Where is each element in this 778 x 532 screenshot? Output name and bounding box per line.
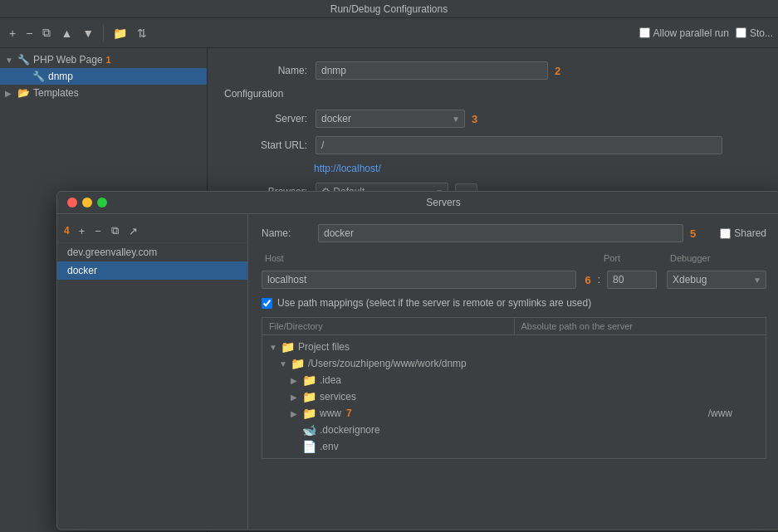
move-up-button[interactable]: ▲ xyxy=(56,24,76,42)
ft-badge-www: 7 xyxy=(346,408,352,419)
tree-item-dnmp[interactable]: 🔧 dnmp xyxy=(0,68,207,85)
window-title: Run/Debug Configurations xyxy=(330,3,448,15)
dialog-name-badge: 5 xyxy=(690,227,696,240)
ft-folder-icon-www: 📁 xyxy=(302,407,316,420)
allow-parallel-label: Allow parallel run xyxy=(653,27,729,39)
copy-config-button[interactable]: ⧉ xyxy=(38,23,55,42)
url-link-row: http://localhost/ xyxy=(224,163,761,174)
dialog-name-row: Name: 5 Shared xyxy=(262,224,766,242)
dialog-remove-button[interactable]: − xyxy=(91,223,105,239)
move-down-button[interactable]: ▼ xyxy=(78,24,98,42)
ft-arrow-idea: ▶ xyxy=(291,376,302,385)
dialog-title: Servers xyxy=(117,197,770,208)
ft-row-env[interactable]: 📄 .env xyxy=(262,438,766,455)
dialog-name-input[interactable] xyxy=(318,224,683,242)
port-header: Port xyxy=(600,251,667,266)
dialog-toolbar: 4 + − ⧉ ↗ xyxy=(57,219,247,243)
sort-button[interactable]: ⇅ xyxy=(133,24,151,42)
dialog-title-bar: Servers xyxy=(57,192,778,214)
templates-label: Templates xyxy=(33,87,79,99)
php-web-page-badge: 1 xyxy=(106,55,111,65)
ft-folder-icon-idea: 📁 xyxy=(302,373,316,387)
shared-checkbox[interactable] xyxy=(720,228,731,239)
dialog-add-button[interactable]: + xyxy=(75,223,90,239)
ft-label-services: services xyxy=(320,391,356,403)
ft-file-icon-env: 📄 xyxy=(302,440,316,453)
name-input[interactable] xyxy=(316,61,548,80)
ft-row-www[interactable]: ▶ 📁 www /www 7 xyxy=(262,405,766,422)
colon-separator: : xyxy=(595,274,604,286)
name-label: Name: xyxy=(224,65,307,76)
php-web-page-label: PHP Web Page xyxy=(33,54,103,66)
ft-arrow-1: ▼ xyxy=(279,359,291,368)
path-mappings-checkbox[interactable] xyxy=(262,298,272,309)
start-url-label: Start URL: xyxy=(224,139,307,151)
tree-item-php-web-page[interactable]: ▼ 🔧 PHP Web Page 1 xyxy=(0,51,207,68)
dnmp-icon: 🔧 xyxy=(32,70,45,83)
ft-abs-www: /www xyxy=(708,408,732,419)
ft-docker-icon: 🐋 xyxy=(302,423,316,437)
dialog-badge: 4 xyxy=(64,225,70,237)
store-checkbox-label[interactable]: Sto... xyxy=(736,27,773,39)
store-checkbox[interactable] xyxy=(736,27,746,38)
ft-label-env: .env xyxy=(320,441,339,452)
ft-row-project-files[interactable]: ▼ 📁 Project files xyxy=(262,339,766,355)
shared-label: Shared xyxy=(734,227,766,239)
dialog-copy-button[interactable]: ⧉ xyxy=(107,222,123,239)
dnmp-label: dnmp xyxy=(48,71,73,82)
section-headers: Host Port Debugger xyxy=(262,251,766,266)
ft-label-idea: .idea xyxy=(320,374,341,386)
ft-row-idea[interactable]: ▶ 📁 .idea xyxy=(262,372,766,388)
ft-arrow-services: ▶ xyxy=(291,393,302,402)
config-section-title: Configuration xyxy=(224,88,761,100)
host-input[interactable] xyxy=(262,271,576,289)
server-item-dev[interactable]: dev.greenvalley.com xyxy=(57,243,247,261)
folder-button[interactable]: 📁 xyxy=(109,24,131,42)
debugger-select[interactable]: Xdebug xyxy=(667,271,766,289)
remove-config-button[interactable]: − xyxy=(22,24,37,42)
dialog-left: 4 + − ⧉ ↗ dev.greenvalley.com docker xyxy=(57,214,248,530)
name-badge: 2 xyxy=(555,65,560,77)
ft-label-dockerignore: .dockerignore xyxy=(320,424,380,436)
ft-folder-icon-services: 📁 xyxy=(302,390,316,403)
add-config-button[interactable]: + xyxy=(5,24,20,42)
dialog-body: 4 + − ⧉ ↗ dev.greenvalley.com docker Nam… xyxy=(57,214,778,530)
tree-item-templates[interactable]: ▶ 📂 Templates xyxy=(0,85,207,101)
server-select[interactable]: docker xyxy=(316,110,465,128)
ft-row-services[interactable]: ▶ 📁 services xyxy=(262,388,766,405)
php-web-page-icon: 🔧 xyxy=(17,53,30,66)
file-tree: ▼ 📁 Project files ▼ 📁 /Users/zouzhipeng/… xyxy=(262,334,766,459)
file-directory-header: File/Directory xyxy=(262,318,515,334)
host-port-row: 6 : Xdebug ▼ xyxy=(262,271,766,289)
ft-folder-icon-1: 📁 xyxy=(291,357,305,370)
maximize-button[interactable] xyxy=(97,198,107,207)
dialog-right: Name: 5 Shared Host Port Debugger 6 : xyxy=(248,214,778,530)
url-link[interactable]: http://localhost/ xyxy=(314,163,381,174)
main-toolbar: + − ⧉ ▲ ▼ 📁 ⇅ Allow parallel run Sto... xyxy=(0,18,778,48)
minimize-button[interactable] xyxy=(82,198,92,207)
templates-arrow: ▶ xyxy=(5,89,17,98)
allow-parallel-checkbox-label[interactable]: Allow parallel run xyxy=(639,27,729,39)
header-right: Allow parallel run Sto... xyxy=(639,27,773,39)
ft-arrow-0: ▼ xyxy=(269,343,281,352)
ft-row-dockerignore[interactable]: 🐋 .dockerignore xyxy=(262,422,766,438)
server-select-wrapper: docker ▼ xyxy=(316,110,465,128)
port-input[interactable] xyxy=(607,271,657,289)
servers-dialog: Servers 4 + − ⧉ ↗ dev.greenvalley.com do… xyxy=(56,191,778,530)
server-item-docker[interactable]: docker xyxy=(57,261,247,280)
host-header: Host xyxy=(262,251,600,266)
title-bar: Run/Debug Configurations xyxy=(0,0,778,18)
ft-arrow-www: ▶ xyxy=(291,409,302,418)
start-url-row: Start URL: xyxy=(224,136,761,154)
debugger-select-wrapper: Xdebug ▼ xyxy=(667,271,766,289)
allow-parallel-checkbox[interactable] xyxy=(639,27,650,38)
dialog-export-button[interactable]: ↗ xyxy=(125,223,142,239)
host-badge: 6 xyxy=(585,274,590,286)
ft-label-1: /Users/zouzhipeng/www/work/dnmp xyxy=(308,358,467,369)
start-url-input[interactable] xyxy=(316,136,722,154)
name-row: Name: 2 xyxy=(224,61,761,80)
ft-row-dnmp-path[interactable]: ▼ 📁 /Users/zouzhipeng/www/work/dnmp xyxy=(262,355,766,372)
close-button[interactable] xyxy=(67,198,77,207)
templates-icon: 📂 xyxy=(17,86,30,100)
server-label: Server: xyxy=(224,113,307,124)
